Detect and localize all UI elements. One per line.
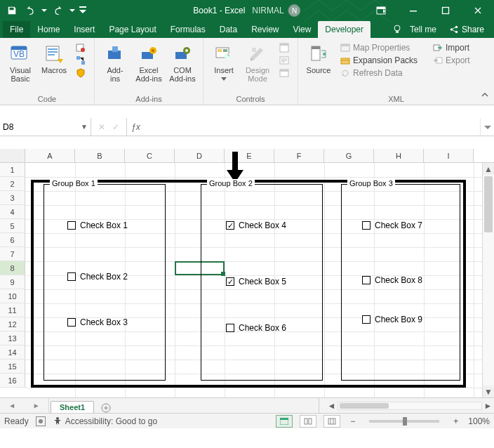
sheet-divider[interactable] <box>319 398 326 413</box>
insert-control-button[interactable]: Insert <box>208 41 240 84</box>
view-normal-button[interactable] <box>276 415 293 428</box>
scroll-up-icon[interactable]: ▲ <box>483 163 494 175</box>
tell-me-icon[interactable] <box>392 24 403 35</box>
minimize-button[interactable] <box>397 0 429 21</box>
sheet-nav-prev-icon[interactable]: ◄ <box>8 402 15 409</box>
formula-input[interactable] <box>145 118 480 136</box>
checkbox-7[interactable]: Check Box 7 <box>362 220 422 230</box>
cancel-formula-icon[interactable]: ✕ <box>98 122 105 132</box>
row-13[interactable]: 13 <box>0 331 25 345</box>
checkbox-9-box[interactable] <box>362 315 370 324</box>
undo-dropdown-icon[interactable] <box>41 3 48 18</box>
col-G[interactable]: G <box>324 149 374 162</box>
design-mode-button[interactable]: Design Mode <box>241 41 274 84</box>
sheet-nav-next-icon[interactable]: ► <box>33 402 40 409</box>
view-code-button[interactable] <box>278 55 291 66</box>
macro-security-button[interactable] <box>74 67 87 79</box>
col-B[interactable]: B <box>75 149 125 162</box>
col-I[interactable]: I <box>424 149 474 162</box>
close-button[interactable] <box>462 0 494 21</box>
row-1[interactable]: 1 <box>0 163 25 177</box>
record-macro-button[interactable] <box>74 42 87 53</box>
group-box-1[interactable]: Group Box 1 <box>44 184 166 381</box>
hscroll-right-icon[interactable]: ► <box>482 401 494 411</box>
tab-insert[interactable]: Insert <box>67 21 102 38</box>
checkbox-5-box[interactable] <box>226 277 234 286</box>
hscroll-thumb[interactable] <box>340 403 389 409</box>
name-box-input[interactable] <box>3 122 88 132</box>
map-properties-button[interactable]: Map Properties <box>339 42 425 53</box>
vscroll-track[interactable] <box>483 175 494 386</box>
enter-formula-icon[interactable]: ✓ <box>112 122 119 132</box>
row-11[interactable]: 11 <box>0 303 25 317</box>
checkbox-8[interactable]: Check Box 8 <box>362 275 422 285</box>
row-5[interactable]: 5 <box>0 219 25 233</box>
tab-developer[interactable]: Developer <box>318 21 370 38</box>
tab-view[interactable]: View <box>286 21 319 38</box>
checkbox-1-box[interactable] <box>67 221 76 230</box>
tab-page-layout[interactable]: Page Layout <box>102 21 163 38</box>
addins-button[interactable]: Add- ins <box>99 41 131 84</box>
macro-record-icon[interactable] <box>36 416 46 426</box>
tab-review[interactable]: Review <box>244 21 286 38</box>
row-4[interactable]: 4 <box>0 205 25 219</box>
checkbox-3-box[interactable] <box>67 318 76 327</box>
checkbox-9[interactable]: Check Box 9 <box>362 315 422 324</box>
tell-me-label[interactable]: Tell me <box>407 25 439 34</box>
scroll-down-icon[interactable]: ▼ <box>483 386 494 397</box>
col-D[interactable]: D <box>175 149 225 162</box>
row-2[interactable]: 2 <box>0 177 25 191</box>
checkbox-2-box[interactable] <box>67 272 76 281</box>
name-box-dropdown-icon[interactable]: ▼ <box>81 123 88 131</box>
tab-file[interactable]: File <box>3 21 30 38</box>
row-16[interactable]: 16 <box>0 374 25 388</box>
excel-addins-button[interactable]: Excel Add-ins <box>133 41 165 84</box>
com-addins-button[interactable]: COM Add-ins <box>166 41 199 84</box>
row-8[interactable]: 8 <box>0 261 25 275</box>
export-button[interactable]: Export <box>432 55 475 66</box>
zoom-slider[interactable] <box>369 420 439 423</box>
row-6[interactable]: 6 <box>0 233 25 247</box>
checkbox-3[interactable]: Check Box 3 <box>67 317 128 327</box>
col-H[interactable]: H <box>374 149 424 162</box>
select-all-corner[interactable] <box>0 149 25 162</box>
checkbox-6-box[interactable] <box>226 324 234 332</box>
hscroll-left-icon[interactable]: ◄ <box>326 401 338 411</box>
vertical-scrollbar[interactable]: ▲ ▼ <box>482 163 494 397</box>
row-9[interactable]: 9 <box>0 275 25 289</box>
import-button[interactable]: Import <box>432 42 475 53</box>
expand-formula-bar-icon[interactable] <box>480 118 494 136</box>
zoom-in-icon[interactable]: + <box>450 416 461 426</box>
tab-data[interactable]: Data <box>213 21 244 38</box>
row-7[interactable]: 7 <box>0 247 25 261</box>
collapse-ribbon-icon[interactable] <box>480 90 490 102</box>
zoom-level[interactable]: 100% <box>468 416 490 426</box>
tab-formulas[interactable]: Formulas <box>163 21 213 38</box>
checkbox-7-box[interactable] <box>362 221 370 230</box>
add-sheet-button[interactable] <box>98 403 114 413</box>
row-10[interactable]: 10 <box>0 289 25 303</box>
checkbox-6[interactable]: Check Box 6 <box>226 323 286 333</box>
redo-dropdown-icon[interactable] <box>69 3 76 18</box>
col-F[interactable]: F <box>274 149 324 162</box>
share-button[interactable]: Share <box>443 25 490 34</box>
checkbox-1[interactable]: Check Box 1 <box>67 220 128 230</box>
worksheet-grid[interactable]: A B C D E F G H I 1 2 3 4 5 6 7 8 9 10 1… <box>0 149 494 397</box>
zoom-slider-thumb[interactable] <box>403 417 407 426</box>
save-icon[interactable] <box>4 3 20 18</box>
view-page-break-button[interactable] <box>323 415 340 428</box>
expansion-packs-button[interactable]: Expansion Packs <box>339 55 425 66</box>
zoom-out-icon[interactable]: − <box>347 416 358 426</box>
avatar[interactable]: N <box>288 4 301 17</box>
col-A[interactable]: A <box>25 149 75 162</box>
visual-basic-button[interactable]: VB Visual Basic <box>4 41 36 84</box>
redo-icon[interactable] <box>51 3 66 18</box>
checkbox-8-box[interactable] <box>362 276 370 284</box>
macros-button[interactable]: Macros <box>38 41 70 76</box>
qat-customize-icon[interactable] <box>79 3 87 18</box>
fx-icon[interactable]: ƒx <box>127 118 145 136</box>
tab-home[interactable]: Home <box>30 21 67 38</box>
hscroll-track[interactable] <box>338 402 482 410</box>
properties-button[interactable] <box>278 42 291 53</box>
row-15[interactable]: 15 <box>0 360 25 374</box>
